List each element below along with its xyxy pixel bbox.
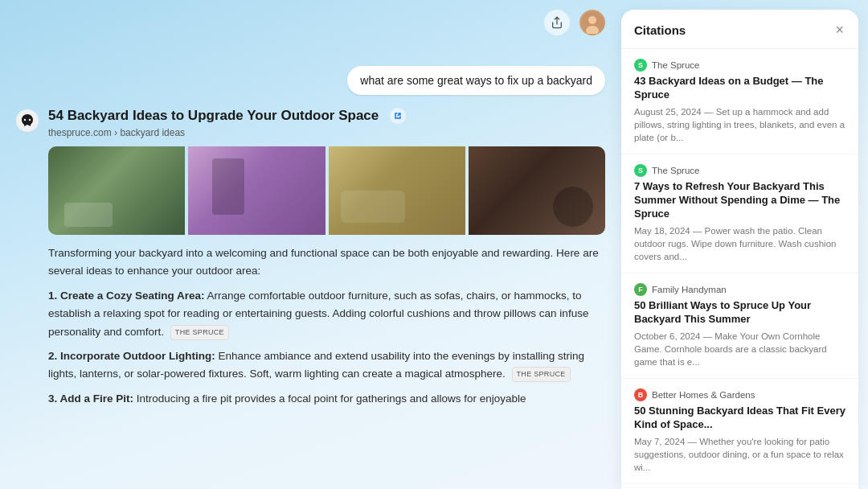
citation-date-1: August 25, 2024 — Set up a hammock and a… (634, 105, 845, 144)
source-link[interactable]: thespruce.com › backyard ideas (48, 127, 605, 138)
citation-date-2: May 18, 2024 — Power wash the patio. Cle… (634, 224, 845, 263)
citation-source-row: F Family Handyman (634, 283, 845, 296)
svg-point-2 (588, 16, 596, 24)
citation-title-1: 43 Backyard Ideas on a Budget — The Spru… (634, 75, 845, 102)
source-name-4: Better Homes & Gardens (652, 390, 755, 400)
response-content: 54 Backyard Ideas to Upgrade Your Outdoo… (48, 108, 605, 489)
citation-item[interactable]: E Extra Space Storage Your DIY Guide to … (621, 484, 858, 489)
citations-list: S The Spruce 43 Backyard Ideas on a Budg… (621, 49, 858, 489)
citations-panel: Citations × S The Spruce 43 Backyard Ide… (621, 10, 858, 489)
source-favicon-3: F (634, 283, 647, 296)
citations-close-button[interactable]: × (833, 21, 845, 39)
citations-title: Citations (634, 23, 686, 37)
citation-title-4: 50 Stunning Backyard Ideas That Fit Ever… (634, 405, 845, 432)
source-favicon-1: S (634, 59, 647, 72)
source-tag-2: THE SPRUCE (512, 367, 571, 382)
list-item-1-heading: 1. Create a Cozy Seating Area: (48, 290, 205, 302)
list-item-2-heading: 2. Incorporate Outdoor Lighting: (48, 350, 215, 362)
list-item: 3. Add a Fire Pit: Introducing a fire pi… (48, 390, 605, 408)
citation-source-row: S The Spruce (634, 164, 845, 177)
citation-item[interactable]: S The Spruce 7 Ways to Refresh Your Back… (621, 154, 858, 273)
source-favicon-4: B (634, 388, 647, 401)
backyard-image-grid (48, 146, 605, 235)
citation-source-row: B Better Homes & Gardens (634, 388, 845, 401)
share-button[interactable] (544, 10, 570, 35)
source-name-1: The Spruce (652, 60, 699, 70)
avatar (579, 10, 605, 35)
citation-date-4: May 7, 2024 — Whether you're looking for… (634, 435, 845, 474)
backyard-image-4 (469, 146, 605, 235)
citations-header: Citations × (621, 10, 858, 49)
ai-response: 54 Backyard Ideas to Upgrade Your Outdoo… (16, 108, 605, 489)
backyard-image-3 (329, 146, 465, 235)
top-bar (16, 0, 605, 42)
source-tag-1: THE SPRUCE (170, 325, 229, 340)
citation-title-2: 7 Ways to Refresh Your Backyard This Sum… (634, 180, 845, 221)
citation-source-row: S The Spruce (634, 59, 845, 72)
response-list: 1. Create a Cozy Seating Area: Arrange c… (48, 287, 605, 408)
citation-title-3: 50 Brilliant Ways to Spruce Up Your Back… (634, 299, 845, 327)
citation-item[interactable]: S The Spruce 43 Backyard Ideas on a Budg… (621, 49, 858, 154)
source-name-2: The Spruce (652, 166, 699, 175)
list-item: 1. Create a Cozy Seating Area: Arrange c… (48, 287, 605, 341)
svg-point-5 (24, 119, 26, 121)
list-item-3-heading: 3. Add a Fire Pit: (48, 392, 133, 405)
user-message-bubble: what are some great ways to fix up a bac… (347, 66, 605, 95)
source-name-3: Family Handyman (652, 285, 727, 294)
citation-item[interactable]: F Family Handyman 50 Brilliant Ways to S… (621, 273, 858, 379)
response-intro: Transforming your backyard into a welcom… (48, 244, 605, 279)
list-item-3-body: Introducing a fire pit provides a focal … (137, 392, 526, 405)
backyard-image-2 (188, 146, 325, 235)
source-path: backyard ideas (120, 127, 185, 138)
source-favicon-2: S (634, 164, 647, 177)
svg-point-6 (29, 119, 31, 121)
ai-logo-icon (16, 109, 39, 132)
response-title-row: 54 Backyard Ideas to Upgrade Your Outdoo… (48, 108, 605, 124)
list-item: 2. Incorporate Outdoor Lighting: Enhance… (48, 347, 605, 384)
chat-area: what are some great ways to fix up a bac… (0, 0, 621, 489)
citation-item[interactable]: B Better Homes & Gardens 50 Stunning Bac… (621, 379, 858, 484)
backyard-image-1 (48, 146, 185, 235)
source-domain: thespruce.com (48, 127, 112, 138)
citation-date-3: October 6, 2024 — Make Your Own Cornhole… (634, 330, 845, 368)
user-message-container: what are some great ways to fix up a bac… (16, 66, 605, 95)
user-message-text: what are some great ways to fix up a bac… (360, 74, 592, 87)
response-title: 54 Backyard Ideas to Upgrade Your Outdoo… (48, 108, 379, 124)
external-link-button[interactable] (390, 108, 406, 124)
